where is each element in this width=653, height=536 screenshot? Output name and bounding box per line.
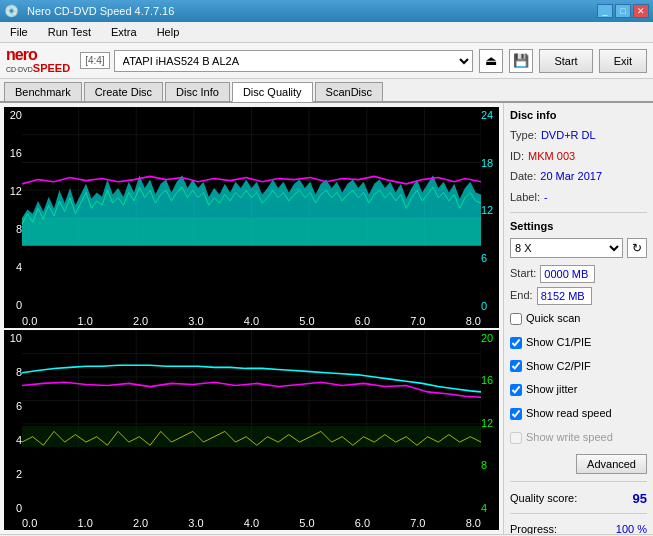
menu-run-test[interactable]: Run Test: [42, 24, 97, 40]
disc-label-row: Label: -: [510, 189, 647, 206]
disc-date-value: 20 Mar 2017: [540, 168, 602, 185]
drive-select-area: [4:4] ATAPI iHAS524 B AL2A: [80, 50, 473, 72]
chart-2: 1086420 20161284: [4, 330, 499, 516]
advanced-button[interactable]: Advanced: [576, 454, 647, 474]
divider-1: [510, 212, 647, 213]
show-read-speed-checkbox[interactable]: [510, 408, 522, 420]
disc-label-value: -: [544, 189, 548, 206]
quality-score-value: 95: [633, 491, 647, 506]
progress-section: Progress: 100 % Position: 8151 MB Speed:…: [510, 523, 647, 534]
close-button[interactable]: ✕: [633, 4, 649, 18]
drive-bracket-label: [4:4]: [80, 52, 109, 69]
chart-1: 201612840 24181260: [4, 107, 499, 314]
show-jitter-checkbox[interactable]: [510, 384, 522, 396]
start-mb-field[interactable]: 0000 MB: [540, 265, 595, 283]
toolbar: nero CD·DVDSPEED [4:4] ATAPI iHAS524 B A…: [0, 43, 653, 79]
main-content: 201612840 24181260: [0, 102, 653, 534]
disc-type-value: DVD+R DL: [541, 127, 596, 144]
disc-id-row: ID: MKM 003: [510, 148, 647, 165]
refresh-button[interactable]: ↻: [627, 238, 647, 258]
disc-info-title: Disc info: [510, 109, 647, 121]
menu-extra[interactable]: Extra: [105, 24, 143, 40]
show-c2pif-checkbox[interactable]: [510, 360, 522, 372]
save-icon[interactable]: 💾: [509, 49, 533, 73]
menu-file[interactable]: File: [4, 24, 34, 40]
drive-combo[interactable]: ATAPI iHAS524 B AL2A: [114, 50, 474, 72]
show-write-speed-checkbox: [510, 432, 522, 444]
disc-id-value: MKM 003: [528, 148, 575, 165]
chart2-svg: [22, 330, 481, 447]
quick-scan-checkbox[interactable]: [510, 313, 522, 325]
show-c1pie-checkbox[interactable]: [510, 337, 522, 349]
tab-create-disc[interactable]: Create Disc: [84, 82, 163, 101]
divider-3: [510, 513, 647, 514]
menu-bar: File Run Test Extra Help: [0, 22, 653, 43]
nero-logo: nero CD·DVDSPEED: [6, 47, 70, 74]
end-mb-row: End:: [510, 287, 647, 305]
chart2-y-right: 20161284: [481, 330, 499, 516]
show-jitter-row: Show jitter: [510, 380, 647, 400]
menu-help[interactable]: Help: [151, 24, 186, 40]
chart1-x-axis: 0.01.02.03.04.05.06.07.08.0: [4, 314, 499, 328]
svg-rect-31: [22, 426, 481, 447]
start-button[interactable]: Start: [539, 49, 592, 73]
title-bar-buttons: _ □ ✕: [597, 4, 649, 18]
title-bar-text: Nero CD-DVD Speed 4.7.7.16: [23, 5, 597, 17]
side-panel: Disc info Type: DVD+R DL ID: MKM 003 Dat…: [503, 103, 653, 534]
tab-disc-quality[interactable]: Disc Quality: [232, 82, 313, 102]
show-c1pie-row: Show C1/PIE: [510, 333, 647, 353]
tab-bar: Benchmark Create Disc Disc Info Disc Qua…: [0, 79, 653, 102]
speed-select[interactable]: 8 X: [510, 238, 623, 258]
speed-row: 8 X ↻: [510, 238, 647, 258]
chart2-y-left: 1086420: [4, 330, 22, 516]
show-write-speed-row: Show write speed: [510, 428, 647, 448]
tab-scan-disc[interactable]: ScanDisc: [315, 82, 383, 101]
divider-2: [510, 481, 647, 482]
maximize-button[interactable]: □: [615, 4, 631, 18]
eject-icon[interactable]: ⏏: [479, 49, 503, 73]
minimize-button[interactable]: _: [597, 4, 613, 18]
settings-title: Settings: [510, 220, 647, 232]
show-c2pif-row: Show C2/PIF: [510, 357, 647, 377]
chart1-svg: [22, 107, 481, 246]
disc-date-row: Date: 20 Mar 2017: [510, 168, 647, 185]
chart1-y-left: 201612840: [4, 107, 22, 314]
tab-benchmark[interactable]: Benchmark: [4, 82, 82, 101]
chart2-x-axis: 0.01.02.03.04.05.06.07.08.0: [4, 516, 499, 530]
tab-disc-info[interactable]: Disc Info: [165, 82, 230, 101]
disc-type-row: Type: DVD+R DL: [510, 127, 647, 144]
progress-row: Progress: 100 %: [510, 523, 647, 534]
start-mb-row: Start: 0000 MB: [510, 265, 647, 283]
end-mb-field[interactable]: [537, 287, 592, 305]
chart-area: 201612840 24181260: [0, 103, 503, 534]
quick-scan-row: Quick scan: [510, 309, 647, 329]
show-read-speed-row: Show read speed: [510, 404, 647, 424]
chart1-y-right: 24181260: [481, 107, 499, 314]
progress-value: 100 %: [616, 523, 647, 534]
title-bar: 💿 Nero CD-DVD Speed 4.7.7.16 _ □ ✕: [0, 0, 653, 22]
exit-button[interactable]: Exit: [599, 49, 647, 73]
quality-score-row: Quality score: 95: [510, 491, 647, 506]
